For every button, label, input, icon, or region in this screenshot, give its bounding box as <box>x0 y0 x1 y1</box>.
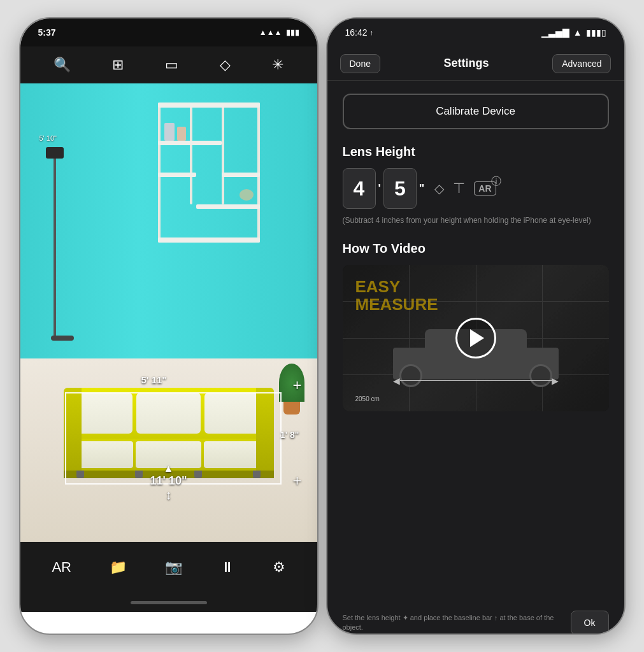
lens-icons: ◇ ⊤ AR ⓘ <box>434 180 496 197</box>
lens-height-label: Lens Height <box>343 145 609 159</box>
brightness-icon[interactable]: ✳ <box>272 57 283 73</box>
bottom-measurement: 11' 10" <box>150 474 187 488</box>
advanced-button[interactable]: Advanced <box>552 54 611 73</box>
bottom-row: Set the lens height ✦ and place the base… <box>327 611 624 635</box>
camera-view: 5' 10" <box>20 83 317 542</box>
left-phone: 5:37 ▲▲▲ ▮▮▮ 🔍 ⊞ ▭ ◇ ✳ <box>19 17 318 635</box>
right-phone: 16:42 ↑ ▁▃▅▇ ▲ ▮▮▮▯ Done Settings Advanc… <box>326 17 626 635</box>
lamp-measurement: 5' 10" <box>39 134 57 142</box>
settings-title: Settings <box>444 57 489 70</box>
top-toolbar: 🔍 ⊞ ▭ ◇ ✳ <box>20 46 317 83</box>
baseline-icon[interactable]: ⊤ <box>453 180 465 197</box>
bottom-toolbar: AR 📁 📷 ⏸ ⚙ <box>20 542 317 593</box>
add-point-bottom-right[interactable]: + <box>292 472 301 490</box>
status-bar-left: 5:37 ▲▲▲ ▮▮▮ <box>20 18 317 46</box>
eraser-icon[interactable]: ◇ <box>434 181 444 196</box>
play-button[interactable] <box>455 318 496 358</box>
grid-icon[interactable]: ⊞ <box>112 57 124 73</box>
width-measurement: 5' 11" <box>141 374 167 385</box>
height-measurement: 1' 8" <box>280 430 299 440</box>
diamond-icon[interactable]: ◇ <box>220 57 231 73</box>
home-bar-left <box>131 601 207 604</box>
time-right: 16:42 <box>345 27 368 38</box>
time-left: 5:37 <box>38 27 56 38</box>
folder-icon: 📁 <box>110 559 127 576</box>
feet-unit: ' <box>378 182 381 195</box>
zoom-icon[interactable]: 🔍 <box>54 57 71 73</box>
location-arrow-icon: ↑ <box>370 29 374 36</box>
lens-height-row: 4 ' 5 " ◇ ⊤ AR ⓘ <box>343 168 609 209</box>
lens-note: (Subtract 4 inches from your height when… <box>343 215 609 226</box>
nav-bar: Done Settings Advanced <box>327 46 624 81</box>
status-icons-left: ▲▲▲ ▮▮▮ <box>259 28 299 37</box>
ar-icon: AR <box>52 559 71 576</box>
inches-digit-box[interactable]: 5 <box>383 168 417 209</box>
ok-button[interactable]: Ok <box>571 611 609 635</box>
how-to-label: How To Video <box>343 241 609 256</box>
add-point-top-right[interactable]: + <box>292 376 301 394</box>
battery-icon-left: ▮▮▮ <box>286 28 299 37</box>
settings-content: Calibrate Device Lens Height 4 ' 5 " ◇ ⊤… <box>327 81 624 611</box>
ar-button[interactable]: AR <box>52 559 71 576</box>
wifi-icon-left: ▲▲▲ <box>259 28 282 37</box>
battery-icon-right: ▮▮▮▯ <box>586 27 606 38</box>
calibrate-device-button[interactable]: Calibrate Device <box>343 94 609 129</box>
status-bar-right: 16:42 ↑ ▁▃▅▇ ▲ ▮▮▮▯ <box>327 18 624 46</box>
status-icons-right: ▁▃▅▇ ▲ ▮▮▮▯ <box>541 27 606 38</box>
done-button[interactable]: Done <box>340 54 380 73</box>
play-triangle <box>470 329 484 347</box>
pause-button[interactable]: ⏸ <box>220 559 234 576</box>
pause-icon: ⏸ <box>220 559 234 576</box>
signal-icon: ▁▃▅▇ <box>541 27 569 38</box>
bottom-hint: Set the lens height ✦ and place the base… <box>343 613 563 633</box>
info-icon[interactable]: ⓘ <box>491 175 501 188</box>
crop-icon[interactable]: ▭ <box>165 57 178 73</box>
settings-icon: ⚙ <box>273 559 285 576</box>
car-measure-label: 2050 cm <box>355 395 380 402</box>
feet-digit-box[interactable]: 4 <box>343 168 376 209</box>
video-thumbnail[interactable]: EASYMEASURE ◀ <box>343 265 609 411</box>
status-left-right: 16:42 ↑ <box>345 27 374 38</box>
folder-button[interactable]: 📁 <box>110 559 127 576</box>
wifi-icon-right: ▲ <box>573 27 582 38</box>
inches-unit: " <box>419 182 425 195</box>
bottom-measurement-container: ▲ 11' 10" ↕ <box>150 463 187 502</box>
camera-button[interactable]: 📷 <box>165 559 182 576</box>
settings-button[interactable]: ⚙ <box>273 559 285 576</box>
camera-icon: 📷 <box>165 559 182 576</box>
home-indicator-left <box>20 593 317 612</box>
shelf-unit <box>158 103 260 243</box>
feet-inches-display: 4 ' 5 " <box>343 168 425 209</box>
